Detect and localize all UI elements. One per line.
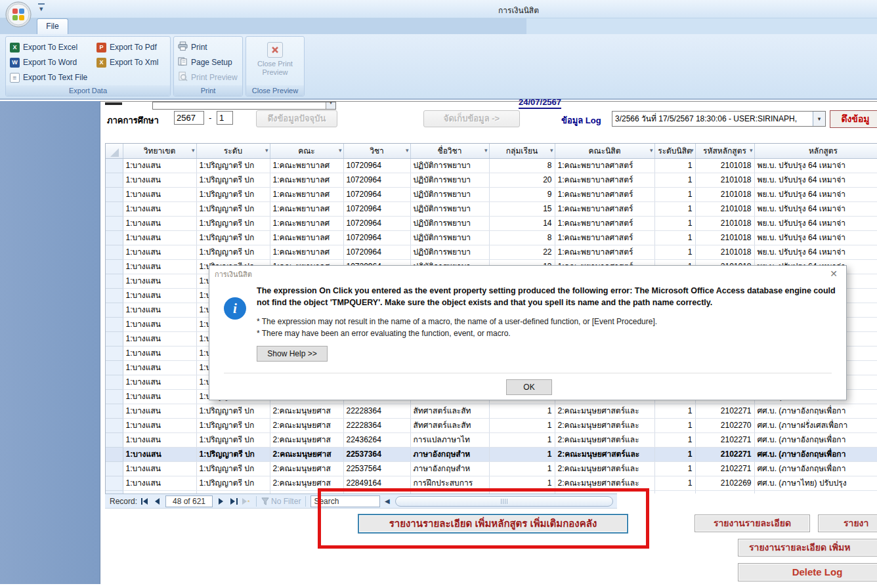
- table-cell[interactable]: 2102271: [695, 404, 754, 418]
- column-header-2[interactable]: คณะ▾: [270, 144, 343, 158]
- table-cell[interactable]: 1:บางแสน: [123, 476, 196, 490]
- row-selector[interactable]: [106, 303, 123, 317]
- table-cell[interactable]: 2101018: [695, 187, 754, 201]
- table-cell[interactable]: ปฏิบัติการพยาบา: [410, 230, 489, 245]
- table-cell[interactable]: 10720964: [343, 201, 410, 216]
- row-selector[interactable]: [106, 346, 123, 360]
- column-header-7[interactable]: ระดับนิสิต▾: [654, 144, 695, 158]
- table-cell[interactable]: พย.บ. ปรับปรุง 64 เหมาจ่า: [754, 216, 877, 230]
- table-cell[interactable]: 2:คณะมนุษยศาส: [270, 432, 343, 447]
- row-selector[interactable]: [106, 201, 123, 216]
- table-cell[interactable]: 10720964: [343, 187, 410, 201]
- table-row[interactable]: 1:บางแสน1:ปริญญาตรี ปก1:คณะพยาบาลศ107209…: [106, 201, 877, 216]
- table-cell[interactable]: 1:บางแสน: [123, 158, 196, 173]
- table-row[interactable]: 1:บางแสน1:ปริญญาตรี ปก1:คณะพยาบาลศ107209…: [106, 216, 877, 230]
- table-cell[interactable]: 1:คณะพยาบาลศาสตร์: [555, 245, 654, 259]
- row-selector[interactable]: [106, 461, 123, 476]
- table-cell[interactable]: 1:บางแสน: [123, 216, 196, 230]
- table-cell[interactable]: พย.บ. ปรับปรุง 64 เหมาจ่า: [754, 245, 877, 259]
- chevron-down-icon[interactable]: ▾: [265, 144, 268, 157]
- table-cell[interactable]: การแปลภาษาไท: [410, 432, 489, 447]
- table-cell[interactable]: พย.บ. ปรับปรุง 64 เหมาจ่า: [754, 230, 877, 245]
- table-cell[interactable]: 2:คณะมนุษยศาส: [270, 418, 343, 432]
- table-cell[interactable]: 10720964: [343, 230, 410, 245]
- table-cell[interactable]: 1:บางแสน: [123, 432, 196, 447]
- table-cell[interactable]: ศศ.บ. (ภาษาอังกฤษเพื่อกา: [754, 432, 877, 447]
- table-cell[interactable]: ปฏิบัติการพยาบา: [410, 187, 489, 201]
- chevron-down-icon[interactable]: ▾: [813, 112, 825, 126]
- table-cell[interactable]: 1: [489, 432, 555, 447]
- tab-file[interactable]: File: [37, 18, 68, 34]
- table-cell[interactable]: 1: [489, 447, 555, 461]
- column-header-8[interactable]: รหัสหลักสูตร▾: [695, 144, 754, 158]
- table-cell[interactable]: ศศ.บ. (ภาษาอังกฤษเพื่อกา: [754, 447, 877, 461]
- table-row[interactable]: 1:บางแสน1:ปริญญาตรี ปก2:คณะมนุษยศาส22537…: [106, 447, 877, 461]
- table-cell[interactable]: 1:ปริญญาตรี ปก: [196, 418, 270, 432]
- table-cell[interactable]: 2102269: [695, 476, 754, 490]
- row-selector[interactable]: [106, 404, 123, 418]
- table-cell[interactable]: ศศ.บ. (ภาษาฝรั่งเศสเพื่อกา: [754, 418, 877, 432]
- table-cell[interactable]: 1:บางแสน: [123, 346, 196, 360]
- table-cell[interactable]: 1:ปริญญาตรี ปก: [196, 173, 270, 187]
- table-cell[interactable]: 1: [654, 173, 695, 187]
- table-cell[interactable]: ปฏิบัติการพยาบา: [410, 173, 489, 187]
- table-cell[interactable]: พย.บ. ปรับปรุง 64 เหมาจ่า: [754, 201, 877, 216]
- table-cell[interactable]: 1: [654, 432, 695, 447]
- table-cell[interactable]: 2102271: [695, 447, 754, 461]
- column-header-9[interactable]: หลักสูตร▾: [754, 144, 877, 158]
- table-cell[interactable]: 1:คณะพยาบาลศ: [270, 245, 343, 259]
- table-cell[interactable]: ภาษาอังกฤษสำห: [410, 447, 489, 461]
- table-cell[interactable]: 1:บางแสน: [123, 274, 196, 288]
- semester-year-field[interactable]: 2567: [174, 111, 204, 125]
- table-cell[interactable]: 1:คณะพยาบาลศาสตร์: [555, 173, 654, 187]
- table-cell[interactable]: 1:บางแสน: [123, 288, 196, 303]
- row-selector[interactable]: [106, 331, 123, 346]
- table-cell[interactable]: 20: [489, 173, 555, 187]
- column-header-4[interactable]: ชื่อวิชา▾: [410, 144, 489, 158]
- table-cell[interactable]: 1: [654, 447, 695, 461]
- table-cell[interactable]: 1:คณะพยาบาลศ: [270, 187, 343, 201]
- table-cell[interactable]: ปฏิบัติการพยาบา: [410, 216, 489, 230]
- table-row[interactable]: 1:บางแสน1:ปริญญาตรี ปก1:คณะพยาบาลศ107209…: [106, 187, 877, 201]
- table-cell[interactable]: 1: [654, 216, 695, 230]
- show-help-button[interactable]: Show Help >>: [257, 346, 328, 362]
- table-cell[interactable]: 1:บางแสน: [123, 230, 196, 245]
- chevron-down-icon[interactable]: ▾: [406, 144, 409, 157]
- table-row[interactable]: 1:บางแสน1:ปริญญาตรี ปก2:คณะมนุษยศาส22228…: [106, 418, 877, 432]
- table-cell[interactable]: 1: [654, 230, 695, 245]
- row-selector[interactable]: [106, 432, 123, 447]
- table-cell[interactable]: 1:คณะพยาบาลศาสตร์: [555, 158, 654, 173]
- table-cell[interactable]: 1: [489, 404, 555, 418]
- chevron-down-icon[interactable]: ▾: [750, 144, 753, 157]
- table-cell[interactable]: 1:บางแสน: [123, 245, 196, 259]
- table-cell[interactable]: 2102270: [695, 418, 754, 432]
- table-cell[interactable]: [695, 490, 754, 494]
- table-cell[interactable]: 1: [654, 187, 695, 201]
- table-cell[interactable]: สัทศาสตร์และสัท: [410, 418, 489, 432]
- table-cell[interactable]: 1:ปริญญาตรี ปก: [196, 230, 270, 245]
- table-cell[interactable]: 1:บางแสน: [123, 201, 196, 216]
- table-cell[interactable]: 1: [489, 461, 555, 476]
- row-selector[interactable]: [106, 173, 123, 187]
- table-cell[interactable]: 2:คณะมนุษยศาส: [270, 404, 343, 418]
- table-cell[interactable]: 14: [489, 216, 555, 230]
- table-cell[interactable]: 8: [489, 158, 555, 173]
- table-cell[interactable]: 1: [654, 201, 695, 216]
- last-record-icon[interactable]: [228, 496, 239, 507]
- chevron-down-icon[interactable]: ▾: [326, 102, 335, 110]
- log-combo-box[interactable]: 3/2566 วันที่ 17/5/2567 18:30:06 - USER:…: [612, 111, 826, 127]
- chevron-down-icon[interactable]: ▾: [650, 144, 653, 157]
- table-cell[interactable]: 2:คณะมนุษยศาสตร์และ: [555, 404, 654, 418]
- table-cell[interactable]: 1:คณะพยาบาลศ: [270, 230, 343, 245]
- previous-record-icon[interactable]: [152, 496, 162, 507]
- table-cell[interactable]: 1: [654, 404, 695, 418]
- table-cell[interactable]: 1:คณะพยาบาลศ: [270, 173, 343, 187]
- export-to-xml-button[interactable]: X Export To Xml: [96, 56, 158, 69]
- table-cell[interactable]: 1:บางแสน: [123, 375, 196, 389]
- table-cell[interactable]: 1:คณะพยาบาลศ: [270, 216, 343, 230]
- table-cell[interactable]: 1:บางแสน: [123, 418, 196, 432]
- column-header-5[interactable]: กลุ่มเรียน▾: [489, 144, 555, 158]
- print-button[interactable]: Print: [178, 41, 207, 54]
- table-cell[interactable]: 15: [489, 201, 555, 216]
- table-cell[interactable]: ปฏิบัติการพยาบา: [410, 201, 489, 216]
